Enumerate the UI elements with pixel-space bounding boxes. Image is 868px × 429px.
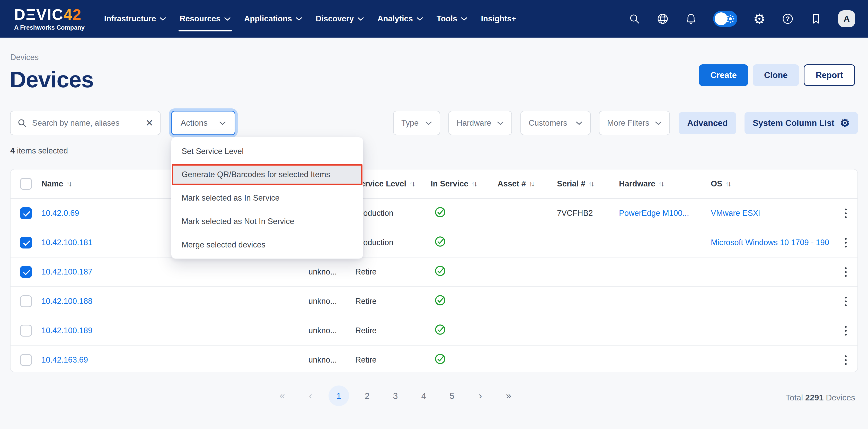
type-filter[interactable]: Type — [393, 111, 440, 135]
row-checkbox[interactable] — [20, 207, 32, 219]
nav-item-analytics[interactable]: Analytics — [371, 0, 430, 37]
notifications-bell-icon[interactable] — [685, 12, 697, 25]
devices-table: Name↑↓ Service Level↑↓ In Service↑↓ Asse… — [10, 169, 858, 372]
total-devices-count: Total 2291 Devices — [786, 393, 855, 402]
sort-icon: ↑↓ — [66, 180, 71, 188]
row-menu-kebab-icon[interactable] — [833, 297, 858, 306]
page-title: Devices — [10, 66, 94, 93]
actions-dropdown-menu: Set Service Level Generate QR/Barcodes f… — [171, 137, 363, 259]
actions-dropdown-button[interactable]: Actions — [171, 111, 236, 135]
pagination-prev[interactable]: ‹ — [300, 385, 321, 406]
logo-tagline: A Freshworks Company — [14, 25, 85, 31]
menu-item-generate-qr-barcodes[interactable]: Generate QR/Barcodes for selected Items — [172, 164, 363, 185]
in-service-check-icon — [434, 324, 446, 336]
service-level-cell: Retire — [355, 326, 431, 335]
nav-item-discovery[interactable]: Discovery — [309, 0, 371, 37]
os-link[interactable]: VMware ESXi — [711, 208, 760, 218]
theme-toggle[interactable] — [713, 11, 737, 27]
device42-logo-text: DΞVIC42 — [14, 7, 85, 22]
menu-item-mark-not-in-service[interactable]: Mark selected as Not In Service — [171, 209, 363, 233]
user-avatar[interactable]: A — [838, 10, 855, 27]
row-checkbox[interactable] — [20, 325, 32, 337]
in-service-check-icon — [434, 206, 446, 218]
pagination-page-2[interactable]: 2 — [357, 385, 377, 406]
chevron-down-icon — [219, 121, 226, 125]
type-cell: unkno... — [308, 297, 355, 306]
nav-item-insights[interactable]: Insights+ — [474, 0, 523, 37]
search-input[interactable] — [32, 118, 141, 128]
sort-icon: ↑↓ — [529, 180, 534, 188]
menu-item-set-service-level[interactable]: Set Service Level — [171, 140, 363, 163]
row-menu-kebab-icon[interactable] — [833, 238, 858, 248]
row-checkbox[interactable] — [20, 237, 32, 249]
type-cell: unkno... — [308, 355, 355, 365]
bookmark-icon[interactable] — [810, 12, 822, 25]
menu-item-merge-devices[interactable]: Merge selected devices — [171, 233, 363, 256]
pagination-page-1[interactable]: 1 — [329, 385, 349, 406]
menu-item-mark-in-service[interactable]: Mark selected as In Service — [171, 186, 363, 209]
table-row: 10.42.0.69 unkno... Production 7VCFHB2 P… — [10, 199, 858, 228]
settings-gear-icon[interactable]: ⚙ — [753, 12, 766, 25]
column-header-service-level[interactable]: Service Level↑↓ — [355, 179, 431, 189]
row-checkbox[interactable] — [20, 295, 32, 307]
create-button[interactable]: Create — [699, 64, 748, 86]
column-header-asset[interactable]: Asset #↑↓ — [498, 179, 557, 189]
column-header-os[interactable]: OS↑↓ — [711, 179, 833, 189]
globe-icon[interactable] — [656, 12, 669, 25]
column-header-hardware[interactable]: Hardware↑↓ — [619, 179, 711, 189]
report-button[interactable]: Report — [804, 64, 855, 86]
advanced-button[interactable]: Advanced — [679, 112, 736, 134]
nav-item-tools[interactable]: Tools — [430, 0, 474, 37]
gear-icon: ⚙ — [840, 118, 850, 128]
top-navbar: DΞVIC42 A Freshworks Company Infrastruct… — [0, 0, 868, 37]
select-all-checkbox[interactable] — [20, 178, 32, 190]
row-menu-kebab-icon[interactable] — [833, 326, 858, 336]
row-checkbox[interactable] — [20, 266, 32, 278]
pagination-first[interactable]: « — [272, 385, 292, 406]
search-icon — [17, 118, 27, 128]
chevron-down-icon — [461, 17, 467, 21]
table-toolbar: ✕ Actions Type Hardware Customers More F… — [10, 111, 858, 135]
topbar-icons: ⚙ ? A — [628, 10, 855, 27]
hardware-link[interactable]: PowerEdge M100... — [619, 208, 689, 218]
pagination-next[interactable]: › — [470, 385, 491, 406]
row-menu-kebab-icon[interactable] — [833, 355, 858, 365]
breadcrumb[interactable]: Devices — [10, 53, 39, 62]
pagination-page-5[interactable]: 5 — [442, 385, 462, 406]
device-name-link[interactable]: 10.42.163.69 — [41, 355, 88, 364]
row-menu-kebab-icon[interactable] — [833, 208, 858, 218]
hardware-filter[interactable]: Hardware — [448, 111, 512, 135]
column-header-serial[interactable]: Serial #↑↓ — [557, 179, 619, 189]
devices-page: DΞVIC42 A Freshworks Company Infrastruct… — [0, 0, 868, 429]
device-name-link[interactable]: 10.42.0.69 — [41, 208, 79, 218]
pagination-page-3[interactable]: 3 — [385, 385, 406, 406]
pagination-last[interactable]: » — [498, 385, 519, 406]
search-box: ✕ — [10, 111, 160, 135]
device-name-link[interactable]: 10.42.100.188 — [41, 297, 92, 306]
nav-item-infrastructure[interactable]: Infrastructure — [97, 0, 173, 37]
device-name-link[interactable]: 10.42.100.189 — [41, 326, 92, 335]
os-link[interactable]: Microsoft Windows 10 1709 - 190 — [711, 238, 829, 247]
pagination-page-4[interactable]: 4 — [413, 385, 434, 406]
column-header-in-service[interactable]: In Service↑↓ — [431, 179, 498, 189]
nav-item-resources[interactable]: Resources — [173, 0, 238, 37]
sort-icon: ↑↓ — [658, 180, 663, 188]
help-icon[interactable]: ? — [781, 12, 794, 25]
device-name-link[interactable]: 10.42.100.187 — [41, 267, 92, 276]
nav-item-applications[interactable]: Applications — [238, 0, 309, 37]
in-service-check-icon — [434, 265, 446, 277]
clear-search-icon[interactable]: ✕ — [146, 118, 153, 128]
row-menu-kebab-icon[interactable] — [833, 267, 858, 277]
row-checkbox[interactable] — [20, 354, 32, 366]
customers-filter[interactable]: Customers — [521, 111, 591, 135]
more-filters[interactable]: More Filters — [599, 111, 670, 135]
main-nav: Infrastructure Resources Applications Di… — [97, 0, 523, 37]
sort-icon: ↑↓ — [409, 180, 414, 188]
device42-logo[interactable]: DΞVIC42 A Freshworks Company — [14, 7, 85, 31]
search-icon[interactable] — [628, 12, 641, 25]
device-name-link[interactable]: 10.42.100.181 — [41, 238, 92, 247]
chevron-down-icon — [296, 17, 302, 21]
clone-button[interactable]: Clone — [753, 64, 799, 86]
system-column-list-button[interactable]: System Column List⚙ — [745, 112, 858, 134]
sort-icon: ↑↓ — [471, 180, 476, 188]
